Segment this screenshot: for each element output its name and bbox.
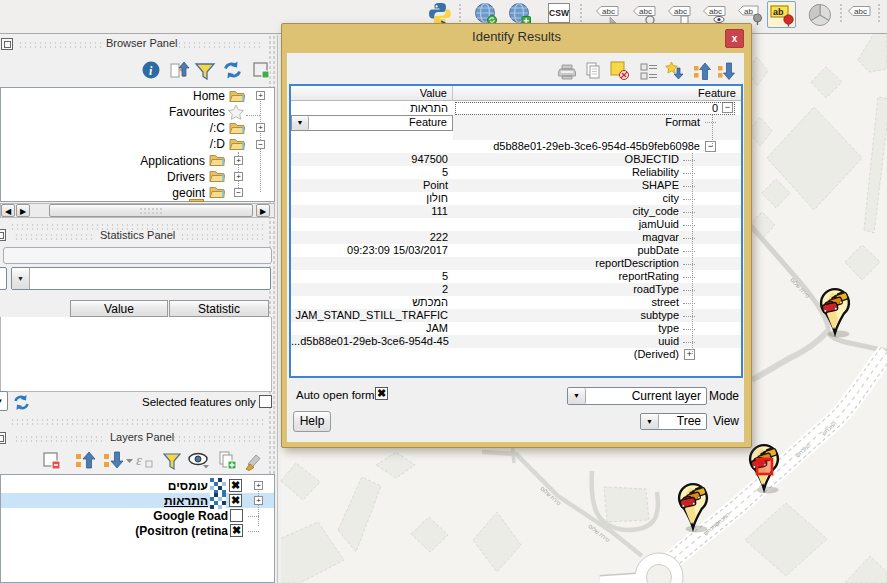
svg-text:abc: abc <box>674 7 687 16</box>
svg-text:abc: abc <box>709 7 722 16</box>
svg-text:abc: abc <box>639 7 652 16</box>
svg-text:abc: abc <box>854 7 867 16</box>
svg-text:ab: ab <box>744 7 753 16</box>
svg-text:ab: ab <box>773 7 784 17</box>
svg-text:abc: abc <box>602 7 615 16</box>
